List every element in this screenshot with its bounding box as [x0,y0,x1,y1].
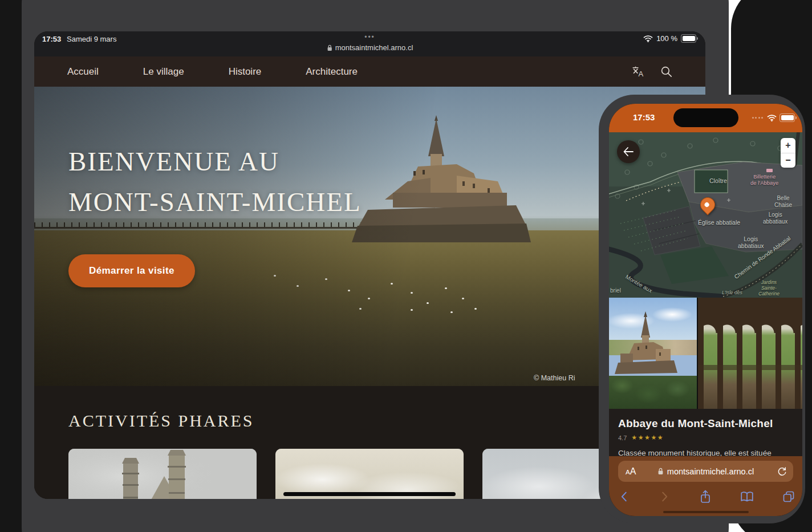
tablet-address-bar[interactable]: montsaintmichel.arno.cl [327,43,413,52]
map-label-eglise: Église abbatiale [698,219,740,226]
map-label-jardins: Jardins Sainte- Catherine [758,279,779,297]
battery-icon [681,34,696,43]
zoom-out-button[interactable]: − [781,153,795,168]
book-icon [740,490,754,503]
battery-icon [779,113,795,122]
map-label-briel: briel [610,287,621,294]
wifi-icon [767,114,777,121]
chevron-left-icon [618,490,631,503]
map-label-isle: L'Isle des [722,290,742,295]
map-label-belle-chaise: Belle Chaise [774,195,792,209]
translate-icon[interactable]: A [631,66,645,78]
tablet-url-text: montsaintmichel.arno.cl [335,43,413,52]
lock-icon [657,468,664,475]
browser-forward-button[interactable] [656,488,673,505]
safari-toolbar: AA montsaintmichel.arno.cl [609,456,802,516]
phone-statusbar: 17:53 [609,104,802,132]
svg-text:A: A [639,70,644,78]
abbey-aerial-photo[interactable] [609,298,697,409]
photo-trees [609,376,697,409]
map-label-billetterie: Billetterie de l'Abbaye [750,173,778,186]
place-photos [609,298,802,409]
nav-item-le-village[interactable]: Le village [143,66,184,78]
dynamic-island [673,108,738,127]
share-icon [699,489,712,504]
abbey-map[interactable]: Cloître Billetterie de l'Abbaye Belle Ch… [609,132,802,298]
abbey-silhouette [612,311,681,385]
photo-credit: © Mathieu Ri [534,374,575,382]
star-rating-icons: ★★★★★ [631,434,664,441]
cloister-photo[interactable] [698,298,802,409]
cloister-balustrade [698,365,802,370]
activity-card-2[interactable] [275,449,464,499]
tablet-clock: 17:53 [42,35,61,43]
activity-card-1[interactable] [68,449,257,499]
church-towers-photo [68,449,257,499]
battery-percent: 100 % [656,34,677,43]
activities-heading: ACTIVITÉS PHARES [68,411,671,431]
chevron-right-icon [658,490,671,503]
phone-screen: 17:53 [609,104,802,516]
tabs-button[interactable] [780,488,797,505]
wifi-icon [643,35,653,42]
cellular-signal-icon [752,117,764,119]
nav-item-accueil[interactable]: Accueil [67,66,99,78]
share-button[interactable] [697,488,714,505]
start-visit-button[interactable]: Démarrer la visite [68,254,195,287]
phone-address-bar[interactable]: AA montsaintmichel.arno.cl [618,461,793,482]
place-rating: 4.7 [618,434,627,441]
zoom-in-button[interactable]: + [781,138,795,153]
map-label-cloitre: Cloître [709,177,727,184]
browser-back-button[interactable] [616,488,633,505]
cloudy-sky-photo [275,449,464,499]
lock-icon [327,44,332,51]
nav-item-histoire[interactable]: Histoire [229,66,262,78]
tablet-statusbar: 17:53 Samedi 9 mars ••• montsaintmichel.… [34,31,705,56]
bookmarks-button[interactable] [738,488,756,505]
map-label-logis-1: Logis abbatiaux [763,212,787,225]
map-label-logis-2: Logis abbatiaux [738,235,764,250]
place-title: Abbaye du Mont-Saint-Michel [618,417,793,430]
reload-icon [777,466,787,477]
back-arrow-icon [623,147,634,157]
map-back-button[interactable] [617,140,640,163]
site-navbar: Accueil Le village Histoire Architecture… [34,56,705,87]
reload-button[interactable] [777,466,787,477]
map-zoom-control: + − [781,138,795,168]
nav-item-architecture[interactable]: Architecture [306,66,358,78]
horizon-bar [283,492,456,496]
tabs-icon [782,490,795,503]
tablet-date: Samedi 9 mars [67,35,116,43]
search-icon[interactable] [660,66,672,78]
reader-button[interactable]: AA [626,466,636,477]
hero-title: BIENVENUE AU MONT-SAINT-MICHEL [68,141,362,222]
phone-clock: 17:53 [633,112,655,122]
phone-url-text: montsaintmichel.arno.cl [667,467,754,476]
tab-options-menu[interactable]: ••• [364,33,375,41]
home-indicator[interactable] [663,511,749,514]
